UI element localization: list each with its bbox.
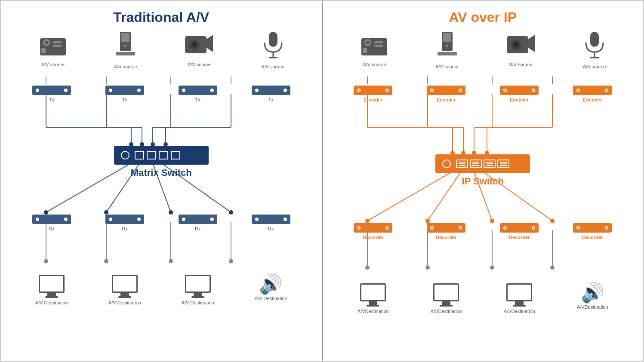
ip-switch bbox=[435, 154, 530, 173]
dest-2: A/V Destination bbox=[108, 275, 141, 305]
dest-1-label: A/V Destination bbox=[35, 300, 68, 305]
dot-outline bbox=[385, 226, 389, 230]
dot-outline bbox=[532, 89, 535, 92]
dot bbox=[64, 89, 68, 92]
source-1: A/V source bbox=[38, 30, 68, 69]
ip-port-line bbox=[500, 163, 507, 164]
encoder-1: Encoder bbox=[354, 86, 392, 102]
svg-point-38 bbox=[45, 41, 48, 44]
dot bbox=[210, 218, 214, 221]
dvd-icon bbox=[38, 30, 68, 60]
tx-3: Tx bbox=[179, 86, 217, 102]
r-monitor-stand bbox=[442, 301, 450, 305]
dot bbox=[36, 218, 39, 221]
svg-point-35 bbox=[229, 259, 233, 264]
svg-rect-94 bbox=[374, 45, 383, 47]
svg-point-92 bbox=[366, 41, 370, 44]
rx-2: Rx bbox=[105, 215, 144, 231]
decoder-3: Decorder bbox=[500, 223, 539, 240]
dot bbox=[137, 89, 141, 92]
encoder-3-label: Encoder bbox=[510, 97, 529, 102]
dot-outline bbox=[576, 226, 580, 230]
r-source-2: A/V source bbox=[435, 30, 459, 69]
matrix-sq-2 bbox=[147, 151, 156, 160]
r-monitor-2 bbox=[433, 283, 459, 307]
dot-outline bbox=[430, 226, 434, 230]
rx-box-1 bbox=[32, 215, 71, 224]
rx-box-2 bbox=[105, 215, 144, 224]
svg-rect-39 bbox=[53, 41, 62, 43]
right-title: AV over IP bbox=[449, 9, 517, 25]
r-source-4-label: A/V source bbox=[583, 64, 606, 69]
svg-point-33 bbox=[104, 259, 108, 264]
left-tx-row: Tx Tx Tx bbox=[15, 86, 308, 102]
ip-port-line bbox=[472, 165, 479, 166]
speaker-icon: 🔊 bbox=[259, 275, 283, 294]
left-sources-row: A/V source A/V source bbox=[15, 30, 308, 69]
ip-port-line bbox=[472, 162, 479, 163]
svg-point-44 bbox=[124, 45, 126, 47]
svg-rect-93 bbox=[374, 41, 383, 43]
r-monitor-stand bbox=[515, 301, 524, 305]
svg-point-88 bbox=[490, 265, 494, 270]
decoder-3-label: Decorder bbox=[509, 235, 530, 240]
tx-4: Tx bbox=[252, 86, 290, 102]
tx-3-label: Tx bbox=[195, 97, 200, 102]
dot-outline bbox=[430, 89, 434, 92]
dot-outline bbox=[459, 89, 462, 92]
encoders-row: Encoder Encoder Encoder bbox=[336, 86, 629, 102]
dot-outline bbox=[503, 226, 507, 230]
source-1-label: A/V source bbox=[41, 62, 65, 67]
dot bbox=[137, 218, 141, 221]
source-2: A/V source bbox=[114, 30, 137, 69]
tx-1-label: Tx bbox=[49, 97, 54, 102]
r-monitor-3 bbox=[506, 283, 532, 307]
monitor-base bbox=[118, 296, 131, 298]
ip-port-line bbox=[500, 162, 507, 163]
svg-point-80 bbox=[490, 219, 494, 223]
decoder-4-label: Decorder bbox=[582, 235, 603, 240]
rx-3: Rx bbox=[179, 215, 217, 231]
tx-box-1 bbox=[32, 86, 71, 95]
r-source-4: A/V source bbox=[582, 30, 606, 69]
r-monitor-base bbox=[367, 305, 379, 307]
svg-point-89 bbox=[550, 265, 555, 270]
svg-point-81 bbox=[550, 219, 555, 223]
rx-box-4 bbox=[252, 215, 290, 224]
r-camera-icon bbox=[505, 30, 537, 60]
dot-outline bbox=[532, 226, 535, 230]
dot bbox=[109, 218, 112, 221]
ip-circle bbox=[442, 160, 451, 168]
r-source-3-label: A/V source bbox=[509, 62, 532, 67]
svg-point-104 bbox=[515, 43, 518, 46]
svg-rect-51 bbox=[269, 32, 277, 47]
tx-box-3 bbox=[179, 86, 217, 95]
dest-4: 🔊 A/V Destination bbox=[255, 275, 287, 305]
matrix-switch bbox=[114, 146, 209, 165]
monitor-screen bbox=[185, 275, 211, 293]
r-speaker-icon: 🔊 bbox=[581, 283, 604, 302]
source-3: A/V source bbox=[183, 30, 215, 69]
rx-1: Rx bbox=[32, 215, 71, 231]
dot bbox=[36, 89, 39, 92]
dot bbox=[255, 218, 259, 221]
dot-outline bbox=[605, 89, 608, 92]
svg-point-79 bbox=[425, 219, 430, 223]
svg-rect-99 bbox=[438, 52, 457, 55]
matrix-sq-1 bbox=[135, 151, 144, 160]
dest-1: A/V Destination bbox=[35, 275, 68, 305]
svg-rect-45 bbox=[116, 52, 135, 55]
r-dest-4: 🔊 A/VDestination bbox=[577, 283, 608, 314]
decoder-2-label: Decorder bbox=[436, 235, 456, 240]
dest-2-label: A/V Destination bbox=[108, 300, 141, 305]
dot-outline bbox=[576, 89, 580, 92]
svg-point-27 bbox=[229, 210, 233, 215]
dot bbox=[255, 89, 259, 92]
svg-point-98 bbox=[446, 45, 448, 47]
r-dest-1-label: A/VDestination bbox=[357, 309, 389, 314]
encoder-2-label: Encoder bbox=[437, 97, 456, 102]
dot bbox=[109, 89, 112, 92]
monitor-base bbox=[45, 296, 58, 298]
monitor-stand bbox=[194, 293, 202, 296]
r-monitor-screen bbox=[360, 283, 386, 301]
